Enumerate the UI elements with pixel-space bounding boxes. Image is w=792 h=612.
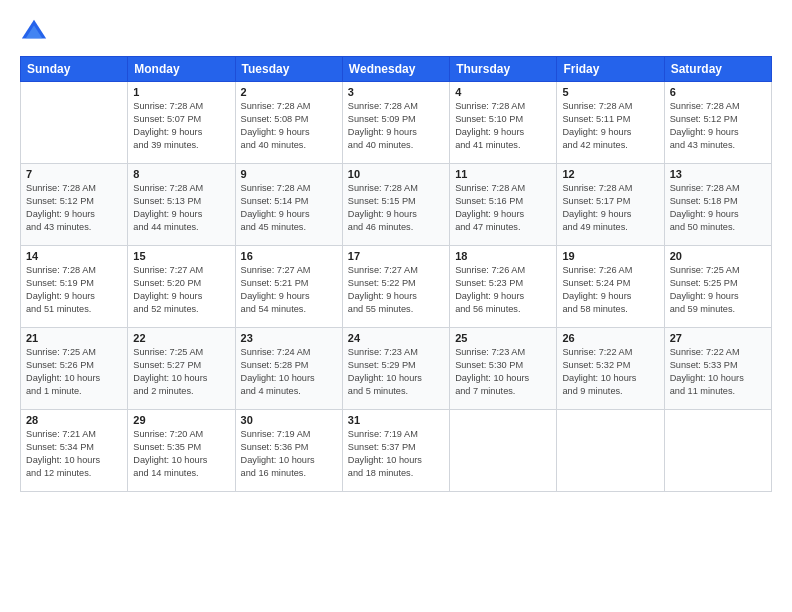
day-number: 23 <box>241 332 337 344</box>
day-number: 3 <box>348 86 444 98</box>
day-cell: 26Sunrise: 7:22 AMSunset: 5:32 PMDayligh… <box>557 328 664 410</box>
day-info: Sunrise: 7:28 AMSunset: 5:16 PMDaylight:… <box>455 182 551 234</box>
weekday-header-row: SundayMondayTuesdayWednesdayThursdayFrid… <box>21 57 772 82</box>
day-info: Sunrise: 7:21 AMSunset: 5:34 PMDaylight:… <box>26 428 122 480</box>
weekday-header-monday: Monday <box>128 57 235 82</box>
day-info: Sunrise: 7:27 AMSunset: 5:22 PMDaylight:… <box>348 264 444 316</box>
day-cell: 31Sunrise: 7:19 AMSunset: 5:37 PMDayligh… <box>342 410 449 492</box>
day-number: 31 <box>348 414 444 426</box>
day-cell: 7Sunrise: 7:28 AMSunset: 5:12 PMDaylight… <box>21 164 128 246</box>
day-number: 5 <box>562 86 658 98</box>
day-info: Sunrise: 7:28 AMSunset: 5:12 PMDaylight:… <box>26 182 122 234</box>
day-cell: 18Sunrise: 7:26 AMSunset: 5:23 PMDayligh… <box>450 246 557 328</box>
day-cell: 15Sunrise: 7:27 AMSunset: 5:20 PMDayligh… <box>128 246 235 328</box>
day-cell <box>450 410 557 492</box>
day-info: Sunrise: 7:19 AMSunset: 5:36 PMDaylight:… <box>241 428 337 480</box>
day-info: Sunrise: 7:28 AMSunset: 5:15 PMDaylight:… <box>348 182 444 234</box>
day-number: 6 <box>670 86 766 98</box>
day-number: 22 <box>133 332 229 344</box>
day-number: 29 <box>133 414 229 426</box>
day-info: Sunrise: 7:27 AMSunset: 5:20 PMDaylight:… <box>133 264 229 316</box>
day-number: 16 <box>241 250 337 262</box>
week-row-3: 14Sunrise: 7:28 AMSunset: 5:19 PMDayligh… <box>21 246 772 328</box>
day-number: 15 <box>133 250 229 262</box>
day-cell <box>557 410 664 492</box>
day-number: 30 <box>241 414 337 426</box>
day-info: Sunrise: 7:28 AMSunset: 5:12 PMDaylight:… <box>670 100 766 152</box>
weekday-header-thursday: Thursday <box>450 57 557 82</box>
week-row-1: 1Sunrise: 7:28 AMSunset: 5:07 PMDaylight… <box>21 82 772 164</box>
day-info: Sunrise: 7:28 AMSunset: 5:11 PMDaylight:… <box>562 100 658 152</box>
day-cell: 3Sunrise: 7:28 AMSunset: 5:09 PMDaylight… <box>342 82 449 164</box>
day-info: Sunrise: 7:28 AMSunset: 5:08 PMDaylight:… <box>241 100 337 152</box>
week-row-5: 28Sunrise: 7:21 AMSunset: 5:34 PMDayligh… <box>21 410 772 492</box>
day-number: 25 <box>455 332 551 344</box>
day-info: Sunrise: 7:28 AMSunset: 5:13 PMDaylight:… <box>133 182 229 234</box>
day-number: 7 <box>26 168 122 180</box>
day-number: 8 <box>133 168 229 180</box>
day-cell: 9Sunrise: 7:28 AMSunset: 5:14 PMDaylight… <box>235 164 342 246</box>
day-number: 17 <box>348 250 444 262</box>
day-info: Sunrise: 7:28 AMSunset: 5:14 PMDaylight:… <box>241 182 337 234</box>
calendar-page: SundayMondayTuesdayWednesdayThursdayFrid… <box>0 0 792 612</box>
day-cell: 5Sunrise: 7:28 AMSunset: 5:11 PMDaylight… <box>557 82 664 164</box>
weekday-header-saturday: Saturday <box>664 57 771 82</box>
day-info: Sunrise: 7:28 AMSunset: 5:09 PMDaylight:… <box>348 100 444 152</box>
day-cell: 12Sunrise: 7:28 AMSunset: 5:17 PMDayligh… <box>557 164 664 246</box>
day-cell: 11Sunrise: 7:28 AMSunset: 5:16 PMDayligh… <box>450 164 557 246</box>
day-cell: 2Sunrise: 7:28 AMSunset: 5:08 PMDaylight… <box>235 82 342 164</box>
day-number: 18 <box>455 250 551 262</box>
day-number: 28 <box>26 414 122 426</box>
day-number: 24 <box>348 332 444 344</box>
day-cell: 23Sunrise: 7:24 AMSunset: 5:28 PMDayligh… <box>235 328 342 410</box>
day-number: 11 <box>455 168 551 180</box>
day-info: Sunrise: 7:25 AMSunset: 5:27 PMDaylight:… <box>133 346 229 398</box>
weekday-header-wednesday: Wednesday <box>342 57 449 82</box>
day-number: 19 <box>562 250 658 262</box>
day-cell <box>21 82 128 164</box>
day-info: Sunrise: 7:23 AMSunset: 5:30 PMDaylight:… <box>455 346 551 398</box>
page-header <box>20 18 772 46</box>
day-number: 14 <box>26 250 122 262</box>
day-info: Sunrise: 7:19 AMSunset: 5:37 PMDaylight:… <box>348 428 444 480</box>
day-info: Sunrise: 7:25 AMSunset: 5:25 PMDaylight:… <box>670 264 766 316</box>
day-info: Sunrise: 7:24 AMSunset: 5:28 PMDaylight:… <box>241 346 337 398</box>
day-cell: 29Sunrise: 7:20 AMSunset: 5:35 PMDayligh… <box>128 410 235 492</box>
calendar-table: SundayMondayTuesdayWednesdayThursdayFrid… <box>20 56 772 492</box>
day-number: 10 <box>348 168 444 180</box>
day-number: 1 <box>133 86 229 98</box>
logo-icon <box>20 18 48 46</box>
week-row-2: 7Sunrise: 7:28 AMSunset: 5:12 PMDaylight… <box>21 164 772 246</box>
day-cell: 28Sunrise: 7:21 AMSunset: 5:34 PMDayligh… <box>21 410 128 492</box>
day-number: 21 <box>26 332 122 344</box>
day-info: Sunrise: 7:28 AMSunset: 5:17 PMDaylight:… <box>562 182 658 234</box>
day-cell: 13Sunrise: 7:28 AMSunset: 5:18 PMDayligh… <box>664 164 771 246</box>
day-cell: 14Sunrise: 7:28 AMSunset: 5:19 PMDayligh… <box>21 246 128 328</box>
day-number: 13 <box>670 168 766 180</box>
day-cell: 21Sunrise: 7:25 AMSunset: 5:26 PMDayligh… <box>21 328 128 410</box>
day-number: 4 <box>455 86 551 98</box>
day-cell: 8Sunrise: 7:28 AMSunset: 5:13 PMDaylight… <box>128 164 235 246</box>
day-number: 20 <box>670 250 766 262</box>
day-cell: 30Sunrise: 7:19 AMSunset: 5:36 PMDayligh… <box>235 410 342 492</box>
day-number: 9 <box>241 168 337 180</box>
day-cell: 24Sunrise: 7:23 AMSunset: 5:29 PMDayligh… <box>342 328 449 410</box>
day-number: 2 <box>241 86 337 98</box>
day-number: 12 <box>562 168 658 180</box>
day-info: Sunrise: 7:22 AMSunset: 5:33 PMDaylight:… <box>670 346 766 398</box>
day-cell: 4Sunrise: 7:28 AMSunset: 5:10 PMDaylight… <box>450 82 557 164</box>
day-number: 26 <box>562 332 658 344</box>
day-cell: 22Sunrise: 7:25 AMSunset: 5:27 PMDayligh… <box>128 328 235 410</box>
day-cell: 27Sunrise: 7:22 AMSunset: 5:33 PMDayligh… <box>664 328 771 410</box>
day-cell <box>664 410 771 492</box>
day-info: Sunrise: 7:26 AMSunset: 5:24 PMDaylight:… <box>562 264 658 316</box>
day-cell: 17Sunrise: 7:27 AMSunset: 5:22 PMDayligh… <box>342 246 449 328</box>
day-info: Sunrise: 7:22 AMSunset: 5:32 PMDaylight:… <box>562 346 658 398</box>
day-cell: 20Sunrise: 7:25 AMSunset: 5:25 PMDayligh… <box>664 246 771 328</box>
logo <box>20 18 52 46</box>
day-info: Sunrise: 7:28 AMSunset: 5:07 PMDaylight:… <box>133 100 229 152</box>
day-cell: 10Sunrise: 7:28 AMSunset: 5:15 PMDayligh… <box>342 164 449 246</box>
day-info: Sunrise: 7:25 AMSunset: 5:26 PMDaylight:… <box>26 346 122 398</box>
weekday-header-tuesday: Tuesday <box>235 57 342 82</box>
day-cell: 19Sunrise: 7:26 AMSunset: 5:24 PMDayligh… <box>557 246 664 328</box>
